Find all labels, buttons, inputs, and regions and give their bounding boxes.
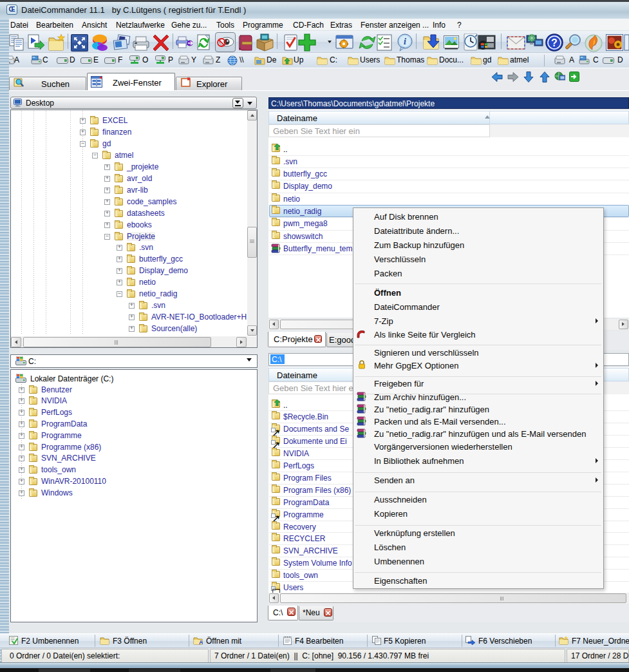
svg-text:A: A bbox=[199, 639, 203, 645]
svg-text:?: ? bbox=[551, 37, 558, 48]
svg-text:i: i bbox=[404, 37, 406, 46]
